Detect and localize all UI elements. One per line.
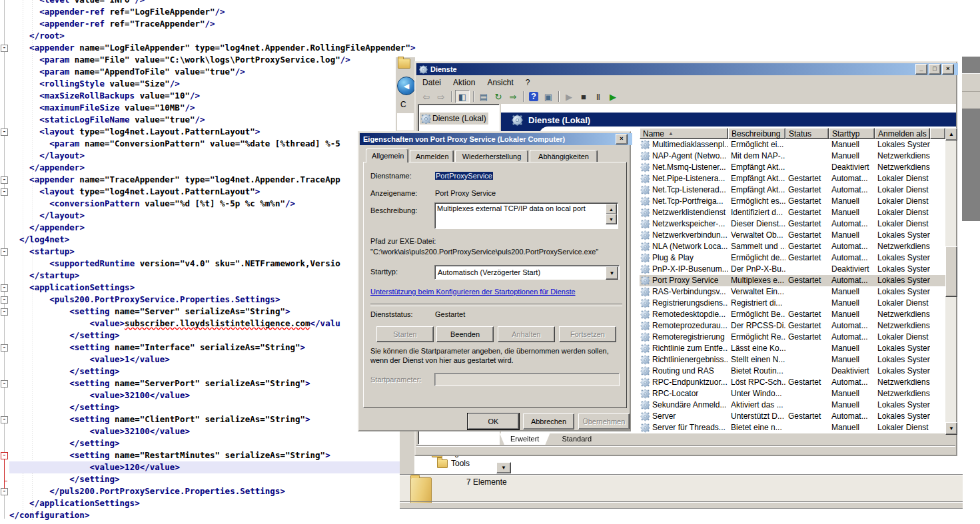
- code-line[interactable]: </setting>: [9, 473, 416, 485]
- code-line[interactable]: </startup>: [9, 270, 416, 282]
- scroll-down-icon[interactable]: ▼: [606, 214, 617, 224]
- code-line[interactable]: <maximumFileSize value="10MB"/>: [9, 102, 416, 114]
- service-row[interactable]: RemoteregistrierungErmöglicht Re...Gesta…: [640, 332, 945, 343]
- tab-abhaengigkeiten[interactable]: Abhängigkeiten: [530, 150, 598, 163]
- scroll-up-button[interactable]: ▲: [945, 128, 957, 140]
- code-line[interactable]: </appender>: [9, 222, 416, 234]
- menu-aktion[interactable]: Aktion: [447, 77, 481, 89]
- back-button[interactable]: ◀: [397, 77, 416, 95]
- fold-marker-icon[interactable]: -: [1, 176, 8, 184]
- code-line[interactable]: </setting>: [9, 366, 416, 378]
- service-row[interactable]: PnP-X-IP-Busenum...Der PnP-X-Bu...Deakti…: [640, 264, 945, 275]
- cancel-button[interactable]: Abbrechen: [523, 413, 574, 429]
- service-row[interactable]: Routing und RASBietet Routin...Deaktivie…: [640, 366, 945, 377]
- service-row[interactable]: RPC-LocatorUnter Windo...ManuellNetzwerk…: [640, 388, 945, 399]
- code-line[interactable]: <level value="INFO"/>: [9, 0, 416, 6]
- new-window-icon[interactable]: ▣: [542, 91, 555, 103]
- tab-standard[interactable]: Standard: [551, 433, 602, 445]
- code-line[interactable]: <value>32100</value>: [9, 425, 416, 437]
- code-line[interactable]: <appender name="LogFileAppender" type="l…: [9, 42, 416, 54]
- close-icon[interactable]: ×: [616, 134, 628, 144]
- column-header-name[interactable]: Name▲: [640, 128, 728, 139]
- stop-button[interactable]: Beenden: [436, 326, 494, 342]
- service-row[interactable]: NAP-Agent (Netwo...Mit dem NAP-...Manuel…: [640, 150, 945, 162]
- fold-marker-icon[interactable]: -: [1, 344, 8, 352]
- code-line[interactable]: <layout type="log4net.Layout.PatternLayo…: [9, 126, 416, 138]
- service-row[interactable]: NLA (Network Loca...Sammelt und ...Gesta…: [640, 241, 945, 252]
- service-row[interactable]: Remoteprozedurau...Der RPCSS-Di...Gestar…: [640, 320, 945, 332]
- service-row[interactable]: Richtlinie zum Entfe...Lässt eine Ko...M…: [640, 343, 945, 354]
- code-line[interactable]: </setting>: [9, 401, 416, 413]
- fold-gutter[interactable]: -------------: [0, 0, 9, 524]
- vertical-scrollbar[interactable]: ▲ ▼: [945, 128, 956, 433]
- properties-icon[interactable]: ▤: [477, 91, 490, 103]
- help-icon[interactable]: ?: [527, 91, 540, 103]
- folder-item-tools[interactable]: Tools: [437, 459, 470, 468]
- service-row[interactable]: ServerUnterstützt D...GestartetAutomat..…: [640, 411, 945, 422]
- code-line[interactable]: <staticLogFileName value="true"/>: [9, 114, 416, 126]
- fold-marker-icon[interactable]: -: [1, 129, 8, 136]
- code-line[interactable]: <maxSizeRollBackups value="10"/>: [9, 90, 416, 102]
- code-line[interactable]: <param name="ConversionPattern" value="%…: [9, 138, 416, 150]
- service-row[interactable]: Plug & PlayErmöglicht de...GestartetAuto…: [640, 252, 945, 264]
- combo-dropdown-button[interactable]: ▼: [496, 462, 511, 473]
- column-header-beschreibung[interactable]: Beschreibung: [728, 128, 785, 139]
- scroll-up-icon[interactable]: ▲: [606, 204, 617, 214]
- menu-ansicht[interactable]: Ansicht: [481, 77, 519, 89]
- tab-anmelden[interactable]: Anmelden: [410, 150, 454, 163]
- service-row[interactable]: Net.Msmq-Listener...Empfängt Akt...Deakt…: [640, 162, 945, 173]
- code-line[interactable]: <value>subscriber.lloydslistintelligence…: [9, 318, 416, 330]
- service-row[interactable]: Net.Tcp-Listenerad...Empfängt Akt...Gest…: [640, 184, 945, 196]
- code-line[interactable]: <value>120</value>: [9, 461, 416, 473]
- services-window-titlebar[interactable]: Dienste: [416, 63, 958, 75]
- service-row[interactable]: Registrierungsdiens...Registriert di...M…: [640, 298, 945, 309]
- fold-marker-icon[interactable]: -: [1, 308, 8, 316]
- fold-marker-icon[interactable]: -: [1, 488, 8, 495]
- fold-marker-icon[interactable]: -: [1, 416, 8, 423]
- code-line[interactable]: </appender>: [9, 162, 416, 174]
- code-line[interactable]: <value>1</value>: [9, 354, 416, 366]
- code-line[interactable]: <startup>: [9, 246, 416, 258]
- services-list[interactable]: Name▲BeschreibungStatusStarttypAnmelden …: [640, 128, 956, 433]
- refresh-icon[interactable]: ↻: [492, 91, 505, 103]
- starttyp-combobox[interactable]: Automatisch (Verzögerter Start) ▼: [434, 265, 620, 280]
- service-row[interactable]: Netzwerkverbindun...Verwaltet Ob...Gesta…: [640, 230, 945, 241]
- menu-hilfe[interactable]: ?: [520, 77, 536, 89]
- fold-marker-icon[interactable]: -: [1, 248, 8, 256]
- code-line[interactable]: <rollingStyle value="Size"/>: [9, 78, 416, 90]
- service-row[interactable]: Net.Pipe-Listenera...Empfängt Akt...Gest…: [640, 173, 945, 184]
- fold-marker-icon[interactable]: -: [1, 188, 8, 196]
- menu-datei[interactable]: Datei: [416, 77, 447, 89]
- scroll-down-button[interactable]: ▼: [945, 422, 957, 435]
- column-header-status[interactable]: Status: [785, 128, 829, 139]
- code-line[interactable]: <setting name="ClientPort" serializeAs="…: [9, 413, 416, 425]
- chevron-down-icon[interactable]: ▼: [606, 266, 618, 280]
- tree-item-dienste-lokal[interactable]: Dienste (Lokal): [420, 113, 488, 125]
- code-line[interactable]: <setting name="ServerPort" serializeAs="…: [9, 378, 416, 390]
- export-list-icon[interactable]: ⇒: [506, 91, 520, 103]
- service-row[interactable]: Multimediaklassenpl...Ermöglicht ei...Ma…: [640, 139, 945, 150]
- scrollbar-thumb[interactable]: [945, 246, 957, 297]
- tab-allgemein[interactable]: Allgemein: [366, 148, 408, 163]
- tab-erweitert[interactable]: Erweitert: [500, 433, 550, 445]
- code-line[interactable]: </root>: [9, 30, 416, 42]
- start-service-icon[interactable]: ▶: [562, 91, 576, 103]
- close-button[interactable]: ×: [942, 64, 954, 75]
- code-line[interactable]: </layout>: [9, 150, 416, 162]
- restart-service-icon[interactable]: ▶: [606, 91, 620, 103]
- service-row[interactable]: Net.Tcp-Portfreiga...Ermöglicht es...Ges…: [640, 196, 945, 207]
- code-line[interactable]: </applicationSettings>: [9, 497, 416, 509]
- service-row[interactable]: RAS-Verbindungsv...Verwaltet Ein...Manue…: [640, 286, 945, 298]
- fold-marker-icon[interactable]: -: [1, 452, 8, 459]
- code-line[interactable]: <setting name="Interface" serializeAs="S…: [9, 342, 416, 354]
- minimize-button[interactable]: _: [915, 64, 927, 75]
- forward-icon[interactable]: ⇨: [434, 91, 448, 103]
- stop-service-icon[interactable]: ■: [577, 91, 590, 103]
- code-line[interactable]: <param name="AppendToFile" value="true"/…: [9, 66, 416, 78]
- code-line[interactable]: <puls200.PortProxyService.Properties.Set…: [9, 294, 416, 306]
- service-row[interactable]: Port Proxy ServiceMultiplexes e...Gestar…: [640, 275, 945, 286]
- code-line[interactable]: </configuration>: [9, 509, 416, 521]
- code-line[interactable]: </log4net>: [9, 234, 416, 246]
- fold-marker-icon[interactable]: -: [1, 296, 8, 304]
- column-header-anmelden-als[interactable]: Anmelden als: [875, 128, 930, 139]
